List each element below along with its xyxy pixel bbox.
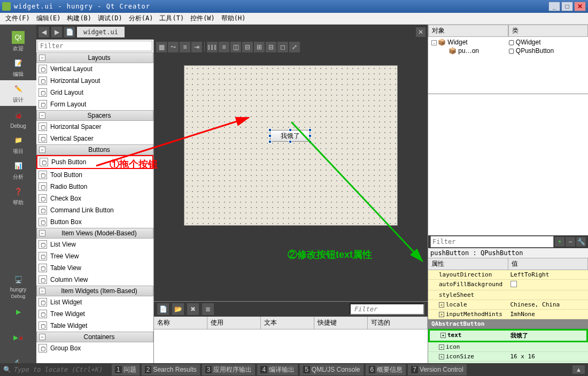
output-pane-button[interactable]: 1问题 — [112, 364, 140, 375]
prop-row[interactable]: layoutDirectionLeftToRight — [428, 270, 588, 280]
output-pane-button[interactable]: 7Version Control — [408, 364, 467, 375]
nav-forward-icon[interactable]: ▶ — [51, 27, 62, 37]
prop-row[interactable]: +text我饿了 — [428, 329, 588, 342]
sb-toggle-icon[interactable]: ▲ — [572, 365, 585, 374]
new-action-icon[interactable]: 📄 — [157, 303, 169, 315]
delete-action-icon[interactable]: ✖ — [187, 303, 199, 315]
widget-item[interactable]: ▢Grid Layout — [36, 87, 153, 98]
dropped-push-button[interactable]: 我饿了 — [270, 130, 310, 142]
prop-row[interactable]: +inputMethodHintsImhNone — [428, 310, 588, 319]
close-button[interactable]: ✕ — [574, 2, 586, 11]
maximize-button[interactable]: □ — [561, 2, 573, 11]
prop-row[interactable]: styleSheet — [428, 290, 588, 300]
widget-item[interactable]: ▢Table Widget — [36, 320, 153, 332]
output-pane-button[interactable]: 5QML/JS Console — [300, 364, 363, 375]
widget-group-header[interactable]: −Item Widgets (Item-Based) — [36, 286, 153, 296]
widget-item[interactable]: ▢Tree Widget — [36, 308, 153, 320]
edit-signals-icon[interactable]: ⤳ — [168, 42, 179, 52]
mode-edit[interactable]: 📝编辑 — [0, 55, 36, 80]
prop-filter[interactable] — [430, 236, 554, 248]
adjust-size-icon[interactable]: ⤢ — [289, 42, 300, 52]
layout-vsplit-icon[interactable]: ⊟ — [242, 42, 253, 52]
prop-row[interactable]: +localeChinese, China — [428, 300, 588, 310]
edit-widgets-icon[interactable]: ▦ — [156, 42, 167, 52]
widget-item[interactable]: ▢Table View — [36, 262, 153, 274]
prop-remove-icon[interactable]: − — [566, 237, 575, 247]
object-tree-row[interactable]: -📦 Widget▢ QWidget — [429, 38, 587, 47]
widget-item[interactable]: ▢Horizontal Layout — [36, 75, 153, 87]
widget-group-header[interactable]: −Containers — [36, 332, 153, 342]
widget-item[interactable]: ▢Form Layout — [36, 98, 153, 110]
widget-item[interactable]: ▢List View — [36, 239, 153, 250]
open-action-icon[interactable]: 📂 — [172, 303, 184, 315]
layout-hsplit-icon[interactable]: ◫ — [230, 42, 241, 52]
layout-form-icon[interactable]: ⊟ — [266, 42, 276, 52]
prop-row[interactable]: +iconSize16 x 16 — [428, 352, 588, 362]
layout-h-icon[interactable]: ⫿⫿⫿ — [207, 42, 218, 52]
widget-item[interactable]: ▢Push Button — [36, 155, 153, 169]
widget-item[interactable]: ▢Vertical Spacer — [36, 133, 153, 144]
widget-item[interactable]: ▢Group Box — [36, 342, 153, 354]
widget-group-header[interactable]: −Layouts — [36, 52, 153, 63]
debug-run-button[interactable]: ▶🐞 — [0, 325, 36, 350]
output-pane-button[interactable]: 4编译输出 — [257, 364, 298, 375]
layout-v-icon[interactable]: ≡ — [219, 42, 229, 52]
action-filter[interactable] — [350, 303, 424, 315]
prop-add-icon[interactable]: + — [555, 237, 564, 247]
menu-build[interactable]: 构建(B) — [64, 13, 95, 24]
widget-icon: ▢ — [40, 158, 48, 166]
widgetbox-filter[interactable] — [37, 41, 152, 51]
widget-group-header[interactable]: −Buttons — [36, 144, 153, 155]
mode-welcome[interactable]: Qt欢迎 — [0, 29, 36, 55]
document-tab[interactable]: widget.ui — [77, 27, 125, 37]
nav-back-icon[interactable]: ◀ — [38, 27, 49, 37]
menu-debug[interactable]: 调试(D) — [95, 13, 126, 24]
widget-icon: ▢ — [38, 88, 47, 97]
output-pane-button[interactable]: 3应用程序输出 — [202, 364, 256, 375]
mode-help[interactable]: ❓帮助 — [0, 183, 36, 209]
menu-analyze[interactable]: 分析(A) — [126, 13, 157, 24]
menu-help[interactable]: 帮助(H) — [218, 13, 249, 24]
widget-item[interactable]: ▢Button Box — [36, 216, 153, 228]
widget-item[interactable]: ▢Vertical Layout — [36, 63, 153, 75]
menu-edit[interactable]: 编辑(E) — [33, 13, 64, 24]
action-detail-icon[interactable]: ≣ — [202, 303, 214, 315]
close-tab-icon[interactable]: ✕ — [416, 27, 425, 37]
mode-projects[interactable]: 📁项目 — [0, 132, 36, 157]
widget-item[interactable]: ▢Horizontal Spacer — [36, 121, 153, 133]
widget-group-header[interactable]: −Item Views (Model-Based) — [36, 228, 153, 239]
widget-item[interactable]: ▢Tree View — [36, 250, 153, 262]
object-tree-row[interactable]: 📦 pu…on▢ QPushButton — [429, 47, 587, 55]
output-pane-button[interactable]: 2Search Results — [142, 364, 200, 375]
widget-item[interactable]: ▢Column View — [36, 274, 153, 286]
widget-item[interactable]: ▢List Widget — [36, 296, 153, 308]
edit-tabs-icon[interactable]: ⇥ — [191, 42, 202, 52]
prop-row[interactable]: +icon — [428, 342, 588, 352]
menu-tools[interactable]: 工具(T) — [156, 13, 187, 24]
break-layout-icon[interactable]: ◻ — [277, 42, 288, 52]
prop-row[interactable]: autoFillBackground — [428, 280, 588, 290]
form-widget[interactable]: 我饿了 — [184, 65, 398, 226]
menu-file[interactable]: 文件(F) — [2, 13, 33, 24]
output-pane-button[interactable]: 6概要信息 — [366, 364, 406, 375]
prop-config-icon[interactable]: 🔧 — [576, 237, 586, 247]
kit-selector[interactable]: 🖥️hungryDebug — [0, 273, 36, 299]
layout-grid-icon[interactable]: ⊞ — [254, 42, 265, 52]
widget-icon: ▢ — [38, 65, 47, 73]
col-shortcut: 快捷键 — [314, 317, 368, 329]
run-button[interactable]: ▶ — [0, 299, 36, 325]
widget-item[interactable]: ▢Tool Button — [36, 169, 153, 181]
edit-buddies-icon[interactable]: ≡ — [180, 42, 190, 52]
menu-widgets[interactable]: 控件(W) — [187, 13, 218, 24]
locator[interactable]: 🔍 — [3, 366, 110, 373]
widget-item[interactable]: ▢Check Box — [36, 193, 153, 204]
mode-debug[interactable]: 🐞Debug — [0, 106, 36, 132]
mode-analyze[interactable]: 📊分析 — [0, 157, 36, 183]
widget-item[interactable]: ▢Command Link Button — [36, 204, 153, 216]
locator-input[interactable] — [13, 366, 110, 373]
widget-group-header[interactable]: −Spacers — [36, 110, 153, 121]
mode-design[interactable]: ✏️设计 — [0, 80, 36, 106]
design-canvas[interactable]: 我饿了 — [154, 55, 428, 301]
minimize-button[interactable]: _ — [548, 2, 560, 11]
widget-item[interactable]: ▢Radio Button — [36, 181, 153, 193]
